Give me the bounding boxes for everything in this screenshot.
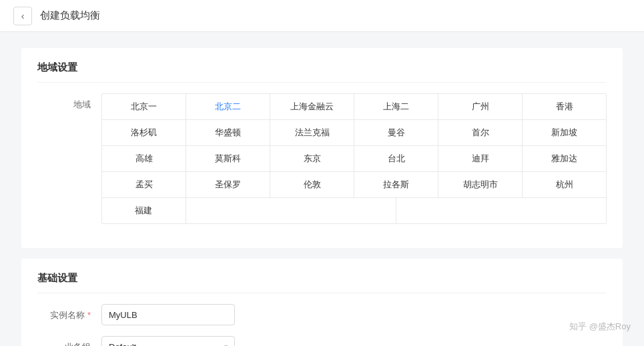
basic-section: 基础设置 实例名称 业务组 Default ▾: [21, 259, 623, 346]
business-group-select[interactable]: Default: [101, 336, 235, 346]
region-cell-lagos[interactable]: 拉各斯: [354, 172, 438, 197]
region-cell-taipei[interactable]: 台北: [354, 146, 438, 171]
region-cell-hochiminh[interactable]: 胡志明市: [438, 172, 523, 197]
region-cell-frankfurt[interactable]: 法兰克福: [270, 120, 354, 145]
region-form-row: 地域 北京一 北京二 上海金融云 上海二 广州 香港 洛杉矶 华盛: [37, 93, 607, 224]
region-row-1: 北京一 北京二 上海金融云 上海二 广州 香港: [102, 94, 606, 120]
region-section: 地域设置 地域 北京一 北京二 上海金融云 上海二 广州 香港 洛: [21, 48, 623, 248]
region-cell-guangzhou[interactable]: 广州: [438, 94, 523, 119]
business-group-content: Default ▾: [101, 336, 607, 346]
business-group-label: 业务组: [37, 336, 91, 346]
region-cell-mumbai[interactable]: 孟买: [102, 172, 186, 197]
main-content: 地域设置 地域 北京一 北京二 上海金融云 上海二 广州 香港 洛: [0, 32, 644, 346]
region-cell-bangkok[interactable]: 曼谷: [354, 120, 438, 145]
business-group-row: 业务组 Default ▾: [37, 336, 607, 346]
region-cell-moscow[interactable]: 莫斯科: [186, 146, 270, 171]
header: ‹ 创建负载均衡: [0, 0, 644, 32]
region-cell-empty1: [186, 198, 396, 223]
basic-section-title: 基础设置: [37, 272, 607, 293]
region-cell-gaoxiong[interactable]: 高雄: [102, 146, 186, 171]
region-grid: 北京一 北京二 上海金融云 上海二 广州 香港 洛杉矶 华盛顿 法兰克福 曼谷 …: [101, 93, 607, 224]
region-cell-beijing2[interactable]: 北京二: [186, 94, 270, 119]
region-section-title: 地域设置: [37, 61, 607, 83]
region-label: 地域: [37, 93, 91, 111]
instance-name-content: [101, 304, 607, 325]
business-group-select-wrapper: Default ▾: [101, 336, 235, 346]
region-cell-hangzhou[interactable]: 杭州: [523, 172, 606, 197]
region-cell-saopaulo[interactable]: 圣保罗: [186, 172, 270, 197]
region-row-3: 高雄 莫斯科 东京 台北 迪拜 雅加达: [102, 146, 606, 172]
region-row-5: 福建: [102, 198, 606, 223]
instance-name-label: 实例名称: [37, 304, 91, 321]
region-cell-seoul[interactable]: 首尔: [438, 120, 523, 145]
instance-name-input[interactable]: [101, 304, 235, 325]
region-cell-shanghai-finance[interactable]: 上海金融云: [270, 94, 354, 119]
region-cell-losangeles[interactable]: 洛杉矶: [102, 120, 186, 145]
region-cell-singapore[interactable]: 新加坡: [523, 120, 606, 145]
region-cell-hongkong[interactable]: 香港: [523, 94, 606, 119]
region-cell-jakarta[interactable]: 雅加达: [523, 146, 606, 171]
region-cell-tokyo[interactable]: 东京: [270, 146, 354, 171]
region-cell-washington[interactable]: 华盛顿: [186, 120, 270, 145]
instance-name-row: 实例名称: [37, 304, 607, 325]
region-row-4: 孟买 圣保罗 伦敦 拉各斯 胡志明市 杭州: [102, 172, 606, 198]
region-grid-container: 北京一 北京二 上海金融云 上海二 广州 香港 洛杉矶 华盛顿 法兰克福 曼谷 …: [101, 93, 607, 224]
back-button[interactable]: ‹: [13, 7, 32, 25]
region-cell-empty2: [396, 198, 606, 223]
page-title: 创建负载均衡: [40, 9, 100, 22]
region-cell-fujian[interactable]: 福建: [102, 198, 186, 223]
region-cell-dubai[interactable]: 迪拜: [438, 146, 523, 171]
region-cell-london[interactable]: 伦敦: [270, 172, 354, 197]
back-icon: ‹: [21, 11, 25, 21]
region-cell-beijing1[interactable]: 北京一: [102, 94, 186, 119]
region-row-2: 洛杉矶 华盛顿 法兰克福 曼谷 首尔 新加坡: [102, 120, 606, 146]
region-cell-shanghai2[interactable]: 上海二: [354, 94, 438, 119]
